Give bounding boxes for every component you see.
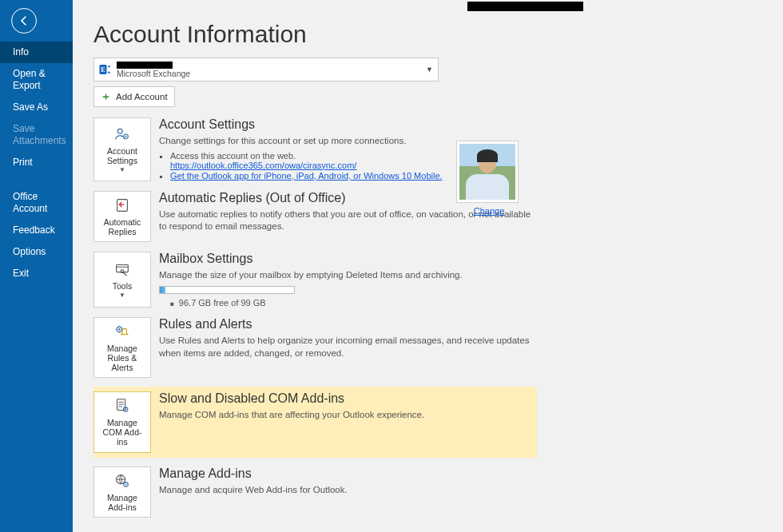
tile-label: Manage COM Add-ins	[97, 418, 147, 447]
nav-exit[interactable]: Exit	[0, 263, 73, 284]
section-desc: Manage and acquire Web Add-ins for Outlo…	[159, 484, 532, 497]
svg-point-12	[125, 409, 126, 411]
exchange-icon: E	[94, 58, 117, 81]
avatar-area: Change	[456, 141, 522, 216]
tile-label: Manage Rules & Alerts	[97, 343, 147, 372]
owa-link[interactable]: https://outlook.office365.com/owa/cirasy…	[170, 161, 356, 170]
back-button[interactable]	[0, 0, 73, 42]
back-arrow-icon	[11, 8, 37, 34]
svg-point-15	[125, 483, 127, 485]
section-title: Rules and Alerts	[159, 317, 532, 332]
change-photo-link[interactable]: Change	[474, 206, 505, 216]
chevron-down-icon: ▼	[119, 166, 125, 173]
nav-open-export[interactable]: Open & Export	[0, 63, 73, 97]
tools-icon	[113, 260, 131, 278]
page-title: Account Information	[93, 21, 770, 48]
chevron-down-icon: ▼	[119, 292, 125, 299]
nav-feedback[interactable]: Feedback	[0, 220, 73, 241]
svg-point-9	[118, 328, 120, 330]
section-title: Mailbox Settings	[159, 252, 532, 266]
manage-addins-tile[interactable]: Manage Add-ins	[93, 466, 151, 518]
automatic-replies-tile[interactable]: Automatic Replies	[93, 191, 151, 242]
nav-office-account[interactable]: Office Account	[0, 186, 73, 220]
nav-save-attachments: Save Attachments	[0, 118, 73, 152]
account-settings-tile[interactable]: Account Settings ▼	[93, 117, 151, 181]
rules-bell-icon	[113, 323, 131, 340]
add-account-button[interactable]: ＋ Add Account	[93, 86, 175, 107]
chevron-down-icon: ▼	[426, 66, 433, 73]
section-desc: Use Rules and Alerts to help organize yo…	[159, 335, 532, 359]
redacted-account-name	[117, 62, 173, 69]
user-gear-icon	[113, 125, 131, 143]
section-com-addins: Manage COM Add-ins Slow and Disabled COM…	[93, 387, 537, 457]
manage-com-addins-tile[interactable]: Manage COM Add-ins	[93, 391, 151, 452]
nav-save-as[interactable]: Save As	[0, 97, 73, 118]
svg-rect-6	[117, 264, 129, 272]
get-app-link[interactable]: Get the Outlook app for iPhone, iPad, An…	[170, 171, 443, 181]
section-mailbox-settings: Tools ▼ Mailbox Settings Manage the size…	[93, 251, 537, 309]
rules-alerts-tile[interactable]: Manage Rules & Alerts	[93, 317, 151, 378]
svg-rect-5	[117, 199, 128, 211]
add-account-label: Add Account	[116, 92, 168, 101]
main-area: Account Information E Microsoft Exchange…	[73, 0, 783, 532]
backstage-sidebar: Info Open & Export Save As Save Attachme…	[0, 0, 73, 532]
nav-print[interactable]: Print	[0, 152, 73, 173]
section-title: Manage Add-ins	[159, 466, 532, 481]
section-desc: Manage the size of your mailbox by empty…	[159, 269, 532, 282]
tools-tile[interactable]: Tools ▼	[93, 252, 151, 308]
redacted-title-bar	[467, 2, 583, 11]
tile-label: Tools	[113, 281, 133, 291]
nav-info[interactable]: Info	[0, 42, 73, 63]
tile-label: Automatic Replies	[97, 217, 147, 236]
globe-gear-icon	[113, 472, 131, 490]
section-title: Slow and Disabled COM Add-ins	[159, 391, 532, 406]
svg-text:E: E	[101, 66, 105, 73]
document-gear-icon	[113, 397, 131, 415]
reply-note-icon	[113, 197, 131, 214]
account-type-label: Microsoft Exchange	[117, 69, 438, 78]
profile-photo	[456, 141, 519, 203]
plus-icon: ＋	[101, 89, 111, 104]
tile-label: Account Settings	[97, 146, 147, 165]
section-desc: Manage COM add-ins that are affecting yo…	[159, 409, 532, 422]
svg-point-4	[125, 135, 127, 137]
account-picker[interactable]: E Microsoft Exchange ▼	[93, 58, 439, 81]
svg-point-2	[117, 129, 122, 133]
nav-options[interactable]: Options	[0, 241, 73, 263]
section-title: Account Settings	[159, 117, 532, 132]
mailbox-free-text: 96.7 GB free of 99 GB	[170, 298, 532, 308]
tile-label: Manage Add-ins	[97, 493, 147, 512]
section-rules-alerts: Manage Rules & Alerts Rules and Alerts U…	[93, 316, 537, 379]
section-manage-addins: Manage Add-ins Manage Add-ins Manage and…	[93, 466, 537, 518]
mailbox-usage-bar	[159, 286, 295, 294]
